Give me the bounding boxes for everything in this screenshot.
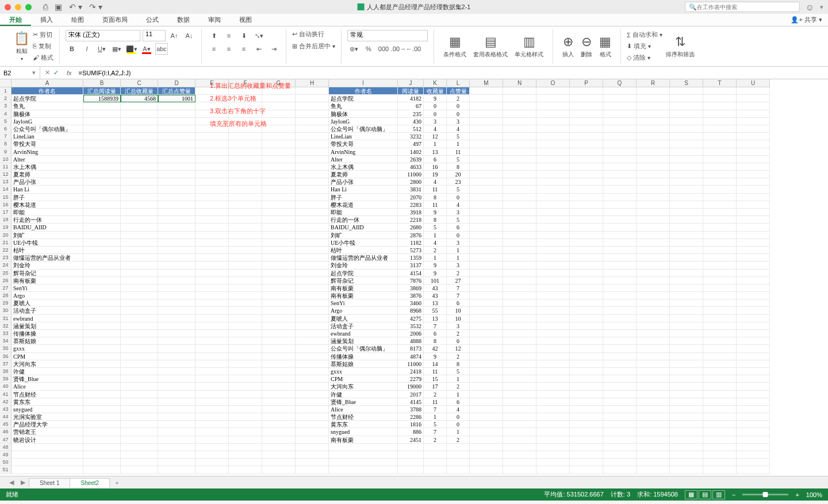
cell[interactable] xyxy=(158,292,195,299)
cell[interactable] xyxy=(229,133,262,140)
cell[interactable]: 汇总收藏量 xyxy=(121,87,158,95)
cell[interactable] xyxy=(637,178,670,186)
cell[interactable] xyxy=(296,368,329,375)
cell[interactable] xyxy=(703,451,737,459)
cell[interactable] xyxy=(296,201,329,209)
cell[interactable] xyxy=(195,353,229,360)
table-row[interactable]: Han LiHan Li3831115 xyxy=(12,186,770,193)
cell[interactable] xyxy=(570,171,603,178)
cell[interactable] xyxy=(83,171,121,178)
cell[interactable] xyxy=(470,436,503,444)
cell[interactable]: 43 xyxy=(424,284,447,292)
zoom-out-icon[interactable]: − xyxy=(732,491,735,498)
cell[interactable]: 5 xyxy=(447,186,470,193)
cell[interactable] xyxy=(83,247,121,254)
cell[interactable]: 1 xyxy=(447,428,470,436)
cell[interactable] xyxy=(83,292,121,299)
cell[interactable] xyxy=(536,315,570,322)
layout-view-icon[interactable]: ▤ xyxy=(699,490,711,499)
cell[interactable]: 南有板栗 xyxy=(329,284,398,292)
cell[interactable] xyxy=(296,133,329,140)
cell[interactable] xyxy=(195,224,229,231)
cell[interactable] xyxy=(158,337,195,345)
cell[interactable] xyxy=(603,284,637,292)
cell[interactable] xyxy=(470,428,503,436)
cell[interactable] xyxy=(262,466,296,474)
cell[interactable] xyxy=(603,444,637,451)
cell[interactable] xyxy=(83,201,121,209)
cell[interactable] xyxy=(470,156,503,163)
decrease-decimal-icon[interactable]: ←.00 xyxy=(407,43,420,55)
cell[interactable] xyxy=(637,133,670,140)
cell[interactable] xyxy=(670,270,703,277)
cell[interactable] xyxy=(703,254,737,261)
table-row[interactable]: 辉哥杂记起点学院415492 xyxy=(12,270,770,277)
cell[interactable] xyxy=(536,102,570,110)
cell[interactable]: 汇总阅读量 xyxy=(83,87,121,95)
cell[interactable] xyxy=(229,345,262,352)
cell[interactable]: 辉哥杂记 xyxy=(329,277,398,284)
cell[interactable]: 5 xyxy=(447,133,470,140)
row-header[interactable]: 5 xyxy=(0,118,12,125)
cell[interactable] xyxy=(329,466,398,474)
cell[interactable] xyxy=(536,194,570,201)
cell[interactable] xyxy=(83,277,121,284)
cell[interactable] xyxy=(158,375,195,383)
cell[interactable] xyxy=(637,148,670,156)
cell[interactable] xyxy=(536,148,570,156)
cell[interactable] xyxy=(536,232,570,239)
cell[interactable] xyxy=(603,133,637,140)
cell[interactable] xyxy=(229,299,262,307)
cell[interactable] xyxy=(737,95,770,102)
cell[interactable]: 0 xyxy=(447,110,470,118)
cell[interactable] xyxy=(637,239,670,247)
cell[interactable] xyxy=(503,239,536,247)
cell[interactable] xyxy=(229,375,262,383)
cell[interactable] xyxy=(470,368,503,375)
cell[interactable] xyxy=(121,178,158,186)
cell[interactable]: 产品小张 xyxy=(12,178,83,186)
table-row[interactable]: 传播体操ewbrand200662 xyxy=(12,330,770,337)
cell[interactable]: 行走的一休 xyxy=(329,216,398,224)
cell[interactable]: 13 xyxy=(424,299,447,307)
cell[interactable] xyxy=(670,148,703,156)
cell[interactable] xyxy=(503,292,536,299)
cell[interactable] xyxy=(121,209,158,216)
cancel-formula-icon[interactable]: ✕ xyxy=(45,69,50,76)
cell[interactable]: 3 xyxy=(447,239,470,247)
cell[interactable]: 10 xyxy=(447,307,470,314)
cell[interactable] xyxy=(296,428,329,436)
cell[interactable] xyxy=(703,201,737,209)
cell[interactable]: 刘金玲 xyxy=(329,261,398,269)
cell[interactable]: 1 xyxy=(424,413,447,421)
cell[interactable] xyxy=(503,110,536,118)
cell[interactable] xyxy=(470,194,503,201)
align-middle-icon[interactable]: ≡ xyxy=(223,30,235,41)
cell[interactable] xyxy=(158,201,195,209)
cell[interactable] xyxy=(603,383,637,390)
cell[interactable] xyxy=(703,140,737,148)
cell[interactable] xyxy=(637,95,670,102)
cell[interactable] xyxy=(570,186,603,193)
cell[interactable] xyxy=(570,284,603,292)
cell[interactable] xyxy=(121,163,158,171)
cell[interactable] xyxy=(737,292,770,299)
cell[interactable] xyxy=(121,140,158,148)
cell[interactable] xyxy=(262,307,296,314)
cell[interactable] xyxy=(703,102,737,110)
cell[interactable] xyxy=(398,451,424,459)
cell[interactable] xyxy=(262,459,296,466)
cell[interactable] xyxy=(603,406,637,413)
cell[interactable] xyxy=(121,315,158,322)
cell[interactable]: 12 xyxy=(447,345,470,352)
cell[interactable] xyxy=(470,451,503,459)
cell[interactable]: 夏唬人 xyxy=(329,315,398,322)
cell[interactable] xyxy=(83,239,121,247)
cell[interactable]: 4182 xyxy=(398,95,424,102)
cell[interactable]: 0 xyxy=(447,102,470,110)
cell[interactable]: 即能 xyxy=(12,209,83,216)
cell[interactable] xyxy=(195,322,229,330)
cell[interactable]: 脑极体 xyxy=(12,110,83,118)
cell[interactable]: 水上木偶 xyxy=(12,163,83,171)
cell[interactable]: 2 xyxy=(447,270,470,277)
